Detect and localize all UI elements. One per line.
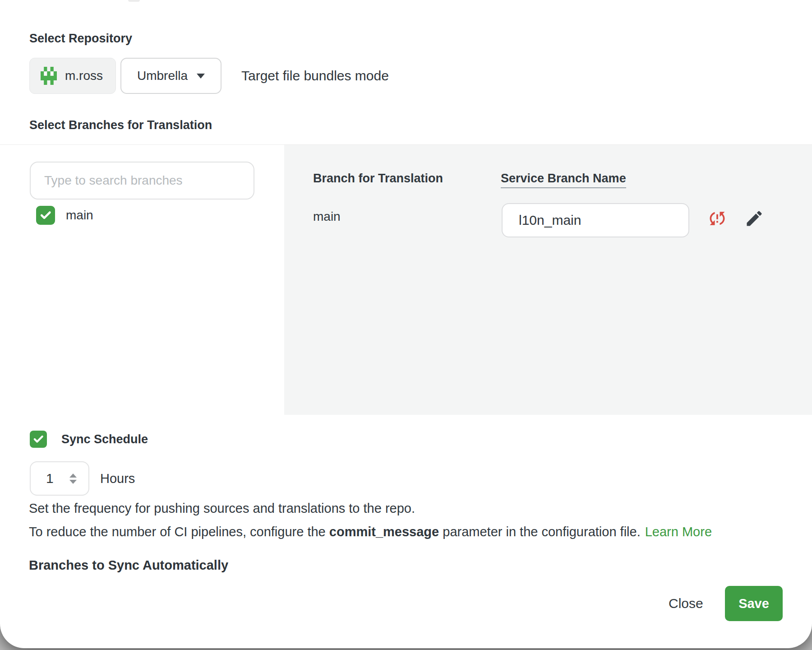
repo-owner-chip[interactable]: m.ross bbox=[29, 58, 116, 94]
branch-checkbox-checked[interactable] bbox=[36, 206, 55, 225]
checkmark-icon bbox=[39, 209, 52, 222]
clipped-element-fragment bbox=[128, 0, 140, 2]
frequency-description: Set the frequency for pushing sources an… bbox=[29, 501, 415, 516]
branches-auto-sync-title: Branches to Sync Automatically bbox=[29, 558, 228, 573]
ci-note-suffix: parameter in the configuration file. bbox=[439, 525, 641, 539]
select-branches-title: Select Branches for Translation bbox=[29, 118, 212, 132]
save-button[interactable]: Save bbox=[725, 586, 783, 621]
sync-schedule-checkbox-checked[interactable] bbox=[30, 431, 47, 448]
learn-more-link[interactable]: Learn More bbox=[645, 525, 712, 539]
auto-sync-heading-clipped: Branches to Sync Automatically bbox=[29, 558, 228, 575]
interval-value: 1 bbox=[46, 471, 54, 486]
commit-message-param: commit_message bbox=[329, 525, 439, 539]
branch-search-input[interactable] bbox=[30, 162, 254, 200]
repo-avatar-identicon-icon bbox=[41, 67, 57, 85]
target-mode-label: Target file bundles mode bbox=[241, 58, 389, 94]
repo-select-dropdown[interactable]: Umbrella bbox=[120, 58, 221, 94]
close-button[interactable]: Close bbox=[660, 586, 712, 621]
branch-list-item-main[interactable]: main bbox=[36, 206, 93, 225]
select-repository-title: Select Repository bbox=[29, 32, 132, 46]
interval-unit-label: Hours bbox=[100, 461, 135, 496]
ci-pipelines-note: To reduce the number of CI pipelines, co… bbox=[29, 525, 712, 539]
table-row-branch-name: main bbox=[313, 209, 341, 224]
branch-item-label: main bbox=[66, 208, 93, 223]
sync-schedule-label: Sync Schedule bbox=[61, 432, 148, 446]
chevron-down-icon bbox=[197, 74, 205, 79]
sync-problem-icon[interactable] bbox=[707, 209, 727, 228]
up-down-arrows-icon[interactable] bbox=[69, 474, 77, 484]
sync-schedule-toggle[interactable]: Sync Schedule bbox=[30, 431, 148, 448]
repo-dropdown-value: Umbrella bbox=[137, 69, 188, 83]
service-branch-name-input[interactable] bbox=[502, 203, 689, 237]
repo-owner-name: m.ross bbox=[65, 69, 103, 83]
checkmark-icon bbox=[32, 433, 44, 445]
repository-settings-modal: Select Repository m.ross Umbrella Target… bbox=[0, 0, 812, 648]
column-header-service-branch[interactable]: Service Branch Name bbox=[501, 172, 626, 188]
ci-note-prefix: To reduce the number of CI pipelines, co… bbox=[29, 525, 329, 539]
pencil-icon[interactable] bbox=[744, 209, 764, 228]
column-header-branch: Branch for Translation bbox=[313, 172, 443, 186]
interval-stepper[interactable]: 1 bbox=[30, 461, 89, 496]
